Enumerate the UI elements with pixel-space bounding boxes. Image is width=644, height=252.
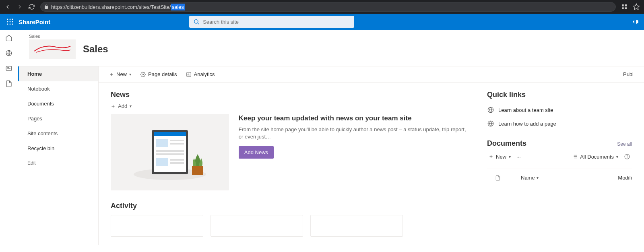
chart-icon bbox=[186, 72, 192, 77]
site-title: Sales bbox=[83, 43, 108, 55]
nav-documents[interactable]: Documents bbox=[18, 96, 98, 111]
nav-pages[interactable]: Pages bbox=[18, 111, 98, 126]
globe-icon bbox=[487, 120, 494, 127]
news-body: From the site home page you'll be able t… bbox=[239, 126, 467, 140]
sharepoint-label[interactable]: SharePoint bbox=[19, 19, 50, 25]
docs-new-button[interactable]: New ▾ bbox=[489, 154, 511, 160]
analytics-button[interactable]: Analytics bbox=[186, 71, 215, 77]
lock-icon bbox=[44, 4, 49, 9]
command-bar: New ▾ Page details Analytics Publ bbox=[99, 66, 644, 83]
svg-rect-38 bbox=[156, 158, 168, 166]
column-modified[interactable]: Modifi bbox=[618, 175, 632, 181]
activity-card[interactable] bbox=[310, 215, 403, 237]
svg-rect-34 bbox=[170, 140, 184, 141]
new-button[interactable]: New ▾ bbox=[109, 71, 131, 77]
quicklink-label: Learn how to add a page bbox=[498, 121, 556, 127]
back-button[interactable] bbox=[4, 3, 11, 10]
svg-point-5 bbox=[7, 19, 8, 20]
svg-rect-39 bbox=[170, 159, 184, 161]
forward-button[interactable] bbox=[16, 3, 23, 10]
svg-rect-35 bbox=[170, 143, 184, 145]
file-icon[interactable] bbox=[5, 80, 13, 88]
address-bar[interactable]: https://citizenbuilders.sharepoint.com/s… bbox=[40, 2, 616, 12]
search-box[interactable] bbox=[189, 16, 354, 28]
page-details-label: Page details bbox=[148, 71, 177, 77]
reload-button[interactable] bbox=[28, 3, 35, 10]
megaphone-icon[interactable] bbox=[632, 18, 640, 25]
news-add-label: Add bbox=[118, 103, 127, 109]
search-icon bbox=[193, 19, 200, 25]
view-selector[interactable]: All Documents ▾ bbox=[572, 154, 618, 160]
search-input[interactable] bbox=[203, 19, 350, 25]
news-icon[interactable] bbox=[5, 64, 13, 72]
breadcrumb[interactable]: Sales bbox=[29, 34, 633, 39]
chevron-down-icon: ▾ bbox=[537, 176, 539, 180]
documents-heading: Documents bbox=[487, 139, 526, 148]
svg-point-10 bbox=[12, 21, 13, 23]
add-news-button[interactable]: Add News bbox=[239, 146, 274, 159]
svg-point-51 bbox=[627, 155, 627, 156]
more-icon[interactable]: ··· bbox=[516, 154, 521, 160]
site-logo[interactable] bbox=[29, 39, 76, 59]
info-icon[interactable] bbox=[624, 153, 630, 160]
quicklink-item[interactable]: Learn about a team site bbox=[487, 103, 632, 117]
news-heading: News bbox=[111, 91, 467, 99]
url-text: https://citizenbuilders.sharepoint.com/s… bbox=[51, 4, 185, 10]
quicklinks-heading: Quick links bbox=[487, 91, 632, 99]
svg-rect-36 bbox=[156, 150, 184, 152]
svg-rect-32 bbox=[154, 132, 186, 136]
svg-point-13 bbox=[12, 24, 13, 25]
chevron-down-icon: ▾ bbox=[509, 155, 511, 159]
sharepoint-header: SharePoint bbox=[0, 14, 644, 30]
nav-site-contents[interactable]: Site contents bbox=[18, 126, 98, 141]
svg-point-6 bbox=[10, 19, 11, 20]
nav-edit[interactable]: Edit bbox=[18, 156, 98, 170]
page-details-button[interactable]: Page details bbox=[140, 71, 177, 77]
quicklink-item[interactable]: Learn how to add a page bbox=[487, 117, 632, 130]
svg-point-8 bbox=[7, 21, 8, 23]
nav-home[interactable]: Home bbox=[18, 66, 98, 81]
file-type-icon bbox=[495, 175, 501, 181]
nav-notebook[interactable]: Notebook bbox=[18, 81, 98, 96]
see-all-link[interactable]: See all bbox=[617, 141, 632, 147]
documents-table: Name ▾ Modifi bbox=[487, 169, 632, 181]
plus-icon bbox=[109, 72, 114, 77]
column-name[interactable]: Name ▾ bbox=[521, 175, 539, 181]
svg-rect-33 bbox=[156, 139, 168, 147]
new-label: New bbox=[116, 71, 127, 77]
news-title: Keep your team updated with news on your… bbox=[239, 114, 467, 123]
chevron-down-icon: ▾ bbox=[129, 72, 131, 76]
svg-point-12 bbox=[10, 24, 11, 25]
activity-card[interactable] bbox=[111, 215, 203, 237]
news-add-button[interactable]: Add ▾ bbox=[111, 103, 467, 109]
publish-button[interactable]: Publ bbox=[623, 71, 634, 77]
chevron-down-icon: ▾ bbox=[130, 104, 132, 108]
bookmark-star-icon[interactable] bbox=[633, 3, 640, 10]
svg-rect-0 bbox=[622, 4, 624, 6]
svg-marker-4 bbox=[634, 4, 640, 10]
svg-point-22 bbox=[142, 74, 144, 75]
app-launcher-icon[interactable] bbox=[4, 16, 16, 28]
svg-rect-17 bbox=[6, 66, 12, 71]
svg-point-11 bbox=[7, 24, 8, 25]
extension-icon[interactable] bbox=[621, 3, 628, 10]
svg-point-7 bbox=[12, 19, 13, 20]
svg-point-14 bbox=[194, 20, 198, 23]
docs-new-label: New bbox=[496, 154, 506, 160]
home-icon[interactable] bbox=[5, 34, 13, 42]
activity-heading: Activity bbox=[111, 202, 467, 210]
left-navigation: Home Notebook Documents Pages Site conte… bbox=[18, 66, 98, 245]
activity-card[interactable] bbox=[211, 215, 303, 237]
globe-icon[interactable] bbox=[5, 49, 13, 57]
svg-rect-41 bbox=[192, 166, 203, 175]
globe-icon bbox=[487, 106, 494, 114]
nav-recycle-bin[interactable]: Recycle bin bbox=[18, 141, 98, 156]
svg-line-15 bbox=[198, 23, 199, 24]
browser-chrome: https://citizenbuilders.sharepoint.com/s… bbox=[0, 0, 644, 14]
svg-rect-37 bbox=[156, 153, 184, 155]
svg-rect-40 bbox=[170, 162, 184, 164]
chevron-down-icon: ▾ bbox=[616, 155, 618, 159]
list-icon bbox=[572, 154, 578, 159]
gear-icon bbox=[140, 72, 146, 77]
app-rail bbox=[0, 30, 18, 252]
